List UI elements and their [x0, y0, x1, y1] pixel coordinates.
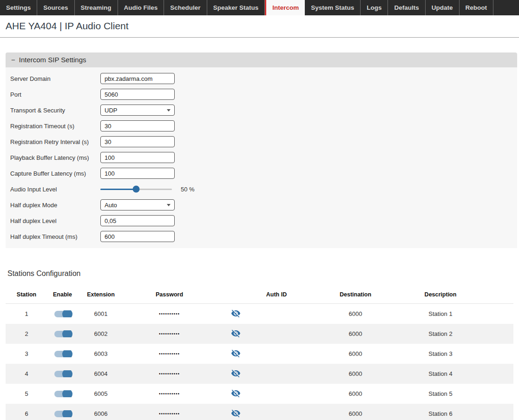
- table-row: 36003••••••••••6000Station 3: [6, 344, 513, 364]
- slider-fill: [100, 189, 136, 190]
- eye-cell: [215, 328, 256, 340]
- col-extension: Extension: [78, 291, 124, 298]
- eye-off-icon[interactable]: [231, 328, 241, 338]
- tab-update[interactable]: Update: [426, 0, 460, 15]
- station-number: 3: [6, 350, 47, 357]
- capture-buffer-latency-label: Capture Buffer Latency (ms): [10, 170, 100, 177]
- transport-security-select[interactable]: UDP: [100, 105, 175, 116]
- half-duplex-mode-label: Half duplex Mode: [10, 202, 100, 209]
- toggle-knob: [62, 370, 72, 378]
- table-row: 26002••••••••••6000Station 2: [6, 324, 513, 344]
- tab-streaming[interactable]: Streaming: [75, 0, 118, 15]
- enable-toggle[interactable]: [54, 411, 71, 417]
- password-mask: ••••••••••: [124, 351, 215, 356]
- extension-value: 6001: [78, 310, 124, 317]
- eye-cell: [215, 308, 256, 320]
- table-row: 66006••••••••••6000Station 6: [6, 404, 513, 420]
- transport-security-label: Transport & Security: [10, 107, 100, 114]
- port-input[interactable]: [100, 89, 175, 100]
- extension-value: 6002: [78, 330, 124, 337]
- registration-retry-interval-input[interactable]: [100, 136, 175, 147]
- extension-value: 6006: [78, 410, 124, 417]
- description-value: Station 4: [414, 370, 466, 377]
- enable-toggle[interactable]: [54, 371, 71, 377]
- toggle-knob: [62, 310, 72, 318]
- chevron-down-icon: [167, 204, 171, 206]
- eye-off-icon[interactable]: [231, 368, 241, 378]
- field-row: Half duplex Level: [6, 213, 517, 229]
- tab-defaults[interactable]: Defaults: [388, 0, 425, 15]
- col-description: Description: [414, 291, 466, 298]
- capture-buffer-latency-input[interactable]: [100, 168, 175, 179]
- password-mask: ••••••••••: [124, 331, 215, 336]
- field-row: Port: [6, 86, 517, 102]
- description-value: Station 5: [414, 390, 466, 397]
- extension-value: 6003: [78, 350, 124, 357]
- enable-toggle[interactable]: [54, 331, 71, 337]
- eye-off-icon[interactable]: [231, 388, 241, 398]
- tab-speaker-status[interactable]: Speaker Status: [207, 0, 265, 15]
- tab-sources[interactable]: Sources: [37, 0, 74, 15]
- field-row: Capture Buffer Latency (ms): [6, 165, 517, 181]
- destination-value: 6000: [296, 330, 414, 337]
- table-row: 16001••••••••••6000Station 1: [6, 304, 513, 324]
- eye-off-icon[interactable]: [231, 348, 241, 358]
- destination-value: 6000: [296, 410, 414, 417]
- registration-timeout-input[interactable]: [100, 120, 175, 131]
- station-number: 5: [6, 390, 47, 397]
- field-row: Server Domain: [6, 71, 517, 86]
- extension-value: 6004: [78, 370, 124, 377]
- col-station: Station: [6, 291, 47, 298]
- toggle-knob: [62, 350, 72, 358]
- stations-section: Stations Configuration Station Enable Ex…: [6, 269, 513, 420]
- audio-input-level-slider[interactable]: [100, 184, 172, 195]
- destination-value: 6000: [296, 310, 414, 317]
- enable-toggle-cell: [47, 370, 78, 378]
- playback-buffer-latency-input[interactable]: [100, 152, 175, 163]
- destination-value: 6000: [296, 370, 414, 377]
- panel-title: Intercom SIP Settings: [19, 56, 86, 64]
- station-number: 6: [6, 410, 47, 417]
- tab-settings[interactable]: Settings: [0, 0, 37, 15]
- half-duplex-level-input[interactable]: [100, 215, 175, 226]
- tab-reboot[interactable]: Reboot: [460, 0, 494, 15]
- eye-off-icon[interactable]: [231, 408, 241, 418]
- enable-toggle[interactable]: [54, 391, 71, 397]
- audio-input-level-value: 50 %: [181, 186, 195, 193]
- field-row: Transport & Security UDP: [6, 102, 517, 118]
- toggle-knob: [62, 390, 72, 398]
- destination-value: 6000: [296, 390, 414, 397]
- tab-audio-files[interactable]: Audio Files: [118, 0, 164, 15]
- tab-system-status[interactable]: System Status: [305, 0, 361, 15]
- enable-toggle[interactable]: [54, 351, 71, 357]
- page-title: AHE YA404 | IP Audio Client: [6, 20, 513, 32]
- playback-buffer-latency-label: Playback Buffer Latency (ms): [10, 154, 100, 161]
- description-value: Station 1: [414, 310, 466, 317]
- tab-scheduler[interactable]: Scheduler: [164, 0, 207, 15]
- half-duplex-mode-select[interactable]: Auto: [100, 199, 175, 210]
- server-domain-input[interactable]: [100, 73, 175, 84]
- enable-toggle-cell: [47, 310, 78, 318]
- tab-intercom[interactable]: Intercom: [265, 0, 305, 15]
- enable-toggle[interactable]: [54, 311, 71, 317]
- password-mask: ••••••••••: [124, 391, 215, 396]
- col-password: Password: [124, 291, 215, 298]
- half-duplex-timeout-label: Half duplex Timeout (ms): [10, 233, 100, 240]
- top-nav: Settings Sources Streaming Audio Files S…: [0, 0, 519, 15]
- port-label: Port: [10, 91, 100, 98]
- title-bar: AHE YA404 | IP Audio Client: [0, 15, 519, 38]
- description-value: Station 6: [414, 410, 466, 417]
- tab-logs[interactable]: Logs: [361, 0, 388, 15]
- password-mask: ••••••••••: [124, 371, 215, 376]
- enable-toggle-cell: [47, 330, 78, 338]
- panel-header[interactable]: −Intercom SIP Settings: [6, 52, 517, 67]
- select-value: UDP: [105, 107, 117, 114]
- collapse-icon[interactable]: −: [11, 56, 15, 64]
- station-number: 2: [6, 330, 47, 337]
- field-row: Audio Input Level 50 %: [6, 181, 517, 197]
- half-duplex-timeout-input[interactable]: [100, 231, 175, 242]
- eye-off-icon[interactable]: [231, 308, 241, 318]
- eye-cell: [215, 388, 256, 400]
- slider-thumb[interactable]: [133, 186, 140, 193]
- col-enable: Enable: [47, 291, 78, 298]
